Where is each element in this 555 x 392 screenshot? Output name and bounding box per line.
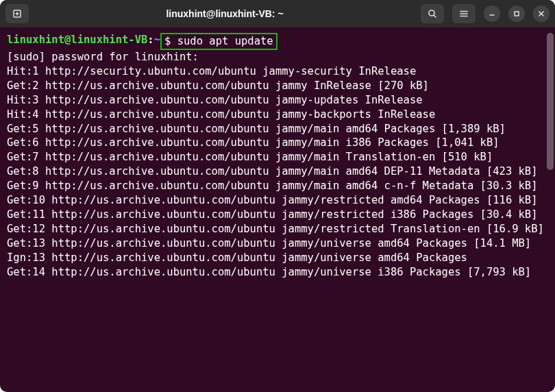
search-button[interactable] xyxy=(421,4,444,23)
hamburger-icon xyxy=(458,8,469,19)
new-tab-button[interactable] xyxy=(5,4,29,23)
titlebar-left xyxy=(5,4,29,23)
prompt-dollar: $ xyxy=(164,35,177,47)
output-line: [sudo] password for linuxhint: xyxy=(7,50,548,64)
window-title: linuxhint@linuxhint-VB: ~ xyxy=(29,8,421,19)
prompt-colon: : xyxy=(147,33,153,50)
terminal-window: linuxhint@linuxhint-VB: ~ xyxy=(0,0,555,392)
scrollbar[interactable] xyxy=(547,33,554,170)
close-icon xyxy=(537,10,545,18)
output-line: Get:13 http://us.archive.ubuntu.com/ubun… xyxy=(7,236,548,251)
output-line: Get:8 http://us.archive.ubuntu.com/ubunt… xyxy=(7,164,548,179)
titlebar-right xyxy=(421,4,550,23)
output-line: Get:6 http://us.archive.ubuntu.com/ubunt… xyxy=(7,136,548,150)
output-line: Get:5 http://us.archive.ubuntu.com/ubunt… xyxy=(7,122,548,136)
prompt-path: ~ xyxy=(154,33,160,50)
output-line: Get:9 http://us.archive.ubuntu.com/ubunt… xyxy=(7,179,548,193)
output-line: Get:14 http://us.archive.ubuntu.com/ubun… xyxy=(7,265,548,280)
maximize-icon xyxy=(513,10,521,18)
output-line: Hit:1 http://security.ubuntu.com/ubuntu … xyxy=(7,64,548,79)
output-line: Hit:3 http://us.archive.ubuntu.com/ubunt… xyxy=(7,93,548,108)
minimize-icon xyxy=(488,10,496,18)
output-line: Get:12 http://us.archive.ubuntu.com/ubun… xyxy=(7,222,548,236)
output-line: Hit:4 http://us.archive.ubuntu.com/ubunt… xyxy=(7,108,548,122)
maximize-button[interactable] xyxy=(508,5,525,22)
minimize-button[interactable] xyxy=(484,5,500,22)
output-line: Get:2 http://us.archive.ubuntu.com/ubunt… xyxy=(7,79,548,93)
output-line: Get:7 http://us.archive.ubuntu.com/ubunt… xyxy=(7,150,548,164)
search-icon xyxy=(427,8,438,19)
command-text: sudo apt update xyxy=(177,35,273,47)
output-line: Get:11 http://us.archive.ubuntu.com/ubun… xyxy=(7,208,548,222)
output-line: Get:10 http://us.archive.ubuntu.com/ubun… xyxy=(7,193,548,208)
svg-rect-9 xyxy=(515,12,519,16)
new-tab-icon xyxy=(12,8,23,19)
prompt-line: linuxhint@linuxhint-VB:~$ sudo apt updat… xyxy=(7,33,548,50)
close-button[interactable] xyxy=(533,5,550,22)
titlebar: linuxhint@linuxhint-VB: ~ xyxy=(0,0,555,27)
svg-line-4 xyxy=(434,15,436,17)
command-highlight-box: $ sudo apt update xyxy=(160,33,278,50)
output-line: Ign:13 http://us.archive.ubuntu.com/ubun… xyxy=(7,251,548,265)
terminal-body[interactable]: linuxhint@linuxhint-VB:~$ sudo apt updat… xyxy=(0,27,555,392)
prompt-user-host: linuxhint@linuxhint-VB xyxy=(7,33,147,50)
menu-button[interactable] xyxy=(452,4,476,23)
